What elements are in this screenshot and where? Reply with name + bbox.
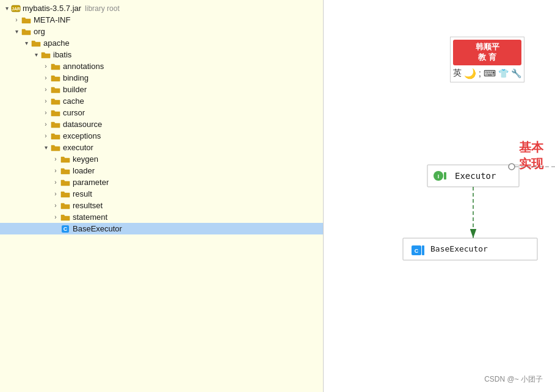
tree-item-statement[interactable]: › statement — [0, 211, 323, 223]
folder-icon — [40, 51, 51, 59]
folder-icon — [60, 190, 71, 198]
tree-item-label: exceptions — [63, 131, 101, 140]
chevron-icon: ▾ — [22, 39, 31, 48]
moon-icon: 🌙 — [464, 68, 476, 79]
folder-icon — [60, 178, 71, 187]
tree-item-builder[interactable]: › builder — [0, 84, 323, 95]
chevron-icon: › — [51, 155, 60, 164]
chevron-icon: › — [12, 16, 21, 24]
chevron-icon: › — [51, 190, 60, 198]
folder-icon — [60, 167, 71, 175]
file-tree-panel[interactable]: ▾ JAR mybatis-3.5.7.jar library root › M… — [0, 0, 324, 392]
svg-text:I: I — [438, 173, 440, 180]
brand-toolbar: 英 🌙 ; ⌨ 👕 🔧 — [453, 68, 521, 79]
tree-item-label: result — [73, 189, 92, 198]
chevron-icon: › — [42, 62, 50, 71]
brand-logo: 韩顺平 教 育 英 🌙 ; ⌨ 👕 🔧 — [450, 37, 524, 82]
chevron-icon: › — [51, 167, 60, 175]
tree-item-label: resultset — [73, 201, 103, 210]
tree-item-cache[interactable]: › cache — [0, 95, 323, 107]
tree-item-label: statement — [73, 212, 107, 222]
tree-item-resultset[interactable]: › resultset — [0, 200, 323, 211]
folder-icon — [60, 213, 71, 222]
chevron-icon: ▾ — [12, 27, 21, 36]
svg-rect-5 — [444, 172, 446, 180]
diagram-panel: 韩顺平 教 育 英 🌙 ; ⌨ 👕 🔧 基本实现 I Executor — [324, 0, 555, 392]
tree-item-mybatis-jar[interactable]: ▾ JAR mybatis-3.5.7.jar library root — [0, 2, 323, 14]
tree-item-suffix: library root — [85, 4, 120, 13]
folder-icon — [50, 143, 61, 152]
svg-text:C: C — [415, 248, 419, 254]
tree-item-label: parameter — [73, 178, 109, 187]
folder-icon — [31, 39, 42, 48]
brand-toolbar-text: 英 — [453, 68, 462, 79]
chevron-icon: › — [42, 74, 50, 82]
tree-item-cursor[interactable]: › cursor — [0, 107, 323, 118]
chevron-icon: ▾ — [42, 143, 50, 152]
tree-item-binding[interactable]: › binding — [0, 72, 323, 84]
tree-item-label: binding — [63, 73, 89, 82]
tree-item-apache[interactable]: ▾ apache — [0, 37, 323, 49]
chevron-icon: ▾ — [32, 51, 40, 59]
tree-item-loader[interactable]: › loader — [0, 165, 323, 176]
tree-item-label: loader — [73, 166, 95, 175]
tree-item-meta-inf[interactable]: › META-INF — [0, 14, 323, 26]
wrench-icon: 🔧 — [511, 68, 521, 78]
chevron-icon: ▾ — [2, 4, 11, 13]
folder-icon — [50, 85, 61, 94]
keyboard-icon: ⌨ — [484, 68, 496, 78]
tree-item-label: cursor — [63, 108, 85, 117]
tree-item-datasource[interactable]: › datasource — [0, 118, 323, 130]
class-file-icon: C — [60, 225, 71, 233]
shirt-icon: 👕 — [498, 68, 509, 78]
folder-icon — [50, 132, 61, 140]
tree-item-label: ibatis — [53, 50, 71, 59]
chevron-icon: › — [42, 120, 50, 129]
tree-item-keygen[interactable]: › keygen — [0, 153, 323, 165]
brand-line2: 教 育 — [458, 53, 517, 63]
folder-icon — [60, 201, 71, 210]
chevron-icon: › — [42, 132, 50, 140]
chevron-icon: › — [42, 85, 50, 94]
brand-line1: 韩顺平 — [458, 42, 517, 53]
folder-icon — [50, 109, 61, 117]
attribution-text: CSDN @~ 小团子 — [484, 374, 543, 385]
tree-item-exceptions[interactable]: › exceptions — [0, 130, 323, 142]
tree-item-label: annotations — [63, 62, 104, 71]
file-tree: ▾ JAR mybatis-3.5.7.jar library root › M… — [0, 0, 323, 237]
svg-rect-12 — [422, 245, 424, 255]
svg-text:BaseExecutor: BaseExecutor — [430, 244, 488, 253]
chevron-icon: › — [51, 213, 60, 222]
tree-item-label: cache — [63, 96, 84, 106]
uml-svg: I Executor C BaseExecutor — [372, 147, 555, 287]
tree-item-label: keygen — [73, 154, 98, 164]
tree-item-org[interactable]: ▾ org — [0, 26, 323, 37]
tree-item-label: datasource — [63, 120, 102, 129]
tree-item-result[interactable]: › result — [0, 188, 323, 200]
tree-item-base-executor[interactable]: C BaseExecutor — [0, 223, 323, 234]
folder-icon — [60, 155, 71, 164]
folder-icon — [50, 120, 61, 129]
tree-item-annotations[interactable]: › annotations — [0, 60, 323, 72]
chevron-icon: › — [51, 178, 60, 187]
folder-icon — [21, 27, 32, 36]
svg-text:JAR: JAR — [12, 7, 20, 11]
tree-item-label: org — [34, 27, 45, 36]
tree-item-ibatis[interactable]: ▾ ibatis — [0, 49, 323, 60]
folder-icon — [50, 62, 61, 71]
tree-item-label: META-INF — [34, 15, 70, 24]
tree-item-label: builder — [63, 85, 87, 94]
tree-item-label: executor — [63, 143, 93, 152]
tree-item-executor[interactable]: ▾ executor — [0, 142, 323, 153]
tree-item-label: mybatis-3.5.7.jar — [23, 4, 81, 13]
brand-box: 韩顺平 教 育 — [453, 40, 521, 65]
chevron-icon: › — [42, 97, 50, 106]
folder-icon — [50, 74, 61, 82]
chevron-icon: › — [51, 201, 60, 210]
tree-item-parameter[interactable]: › parameter — [0, 176, 323, 188]
folder-icon — [21, 16, 32, 24]
semicolon-icon: ; — [479, 68, 481, 78]
chevron-icon: › — [42, 109, 50, 117]
tree-item-label: apache — [43, 38, 70, 48]
tree-item-label: BaseExecutor — [73, 224, 122, 233]
